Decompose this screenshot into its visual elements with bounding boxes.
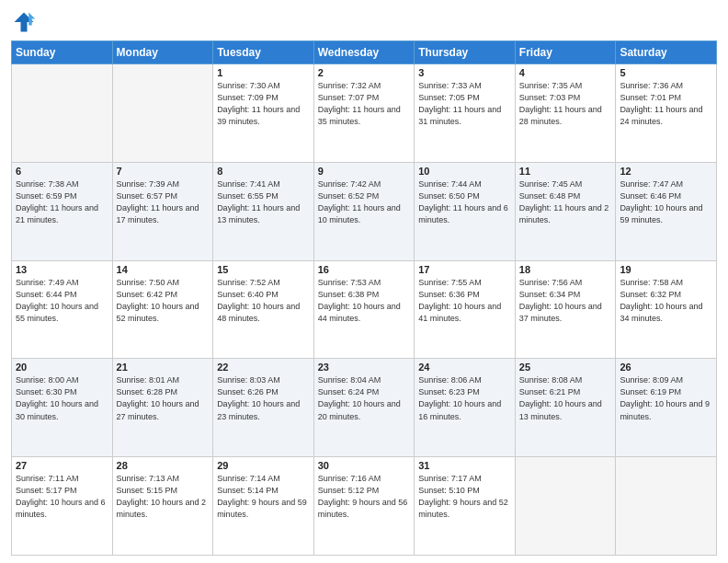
calendar-cell: 4Sunrise: 7:35 AM Sunset: 7:03 PM Daylig… — [515, 64, 616, 163]
calendar-cell: 21Sunrise: 8:01 AM Sunset: 6:28 PM Dayli… — [112, 359, 213, 457]
day-number: 28 — [117, 460, 210, 471]
day-info: Sunrise: 7:49 AM Sunset: 6:44 PM Dayligh… — [16, 277, 108, 325]
day-info: Sunrise: 7:33 AM Sunset: 7:05 PM Dayligh… — [418, 80, 511, 128]
day-number: 22 — [217, 362, 310, 373]
day-number: 26 — [620, 362, 712, 373]
calendar-cell: 17Sunrise: 7:55 AM Sunset: 6:36 PM Dayli… — [415, 260, 516, 359]
calendar-cell: 27Sunrise: 7:11 AM Sunset: 5:17 PM Dayli… — [12, 457, 113, 556]
calendar-week-2: 6Sunrise: 7:38 AM Sunset: 6:59 PM Daylig… — [12, 162, 717, 260]
day-number: 27 — [16, 460, 108, 471]
calendar-cell: 28Sunrise: 7:13 AM Sunset: 5:15 PM Dayli… — [112, 457, 213, 556]
day-number: 11 — [519, 166, 612, 177]
calendar-cell: 18Sunrise: 7:56 AM Sunset: 6:34 PM Dayli… — [515, 260, 616, 359]
day-number: 13 — [16, 264, 108, 275]
day-info: Sunrise: 7:58 AM Sunset: 6:32 PM Dayligh… — [620, 277, 712, 325]
day-info: Sunrise: 7:55 AM Sunset: 6:36 PM Dayligh… — [418, 277, 511, 325]
calendar-cell — [515, 457, 616, 556]
day-info: Sunrise: 7:47 AM Sunset: 6:46 PM Dayligh… — [620, 178, 712, 226]
day-number: 18 — [519, 264, 612, 275]
day-info: Sunrise: 8:00 AM Sunset: 6:30 PM Dayligh… — [16, 374, 108, 422]
calendar-header-saturday: Saturday — [616, 41, 717, 64]
calendar-cell: 24Sunrise: 8:06 AM Sunset: 6:23 PM Dayli… — [415, 359, 516, 457]
calendar-cell: 20Sunrise: 8:00 AM Sunset: 6:30 PM Dayli… — [12, 359, 113, 457]
header — [11, 9, 717, 35]
day-info: Sunrise: 8:01 AM Sunset: 6:28 PM Dayligh… — [117, 374, 210, 422]
calendar-week-4: 20Sunrise: 8:00 AM Sunset: 6:30 PM Dayli… — [12, 359, 717, 457]
day-number: 3 — [418, 67, 511, 78]
day-number: 15 — [217, 264, 310, 275]
calendar-header-row: SundayMondayTuesdayWednesdayThursdayFrid… — [12, 41, 717, 64]
calendar-cell: 8Sunrise: 7:41 AM Sunset: 6:55 PM Daylig… — [213, 162, 314, 260]
calendar-cell: 9Sunrise: 7:42 AM Sunset: 6:52 PM Daylig… — [313, 162, 415, 260]
calendar-cell — [12, 64, 113, 163]
day-info: Sunrise: 8:09 AM Sunset: 6:19 PM Dayligh… — [620, 374, 712, 422]
calendar-header-thursday: Thursday — [415, 41, 516, 64]
day-info: Sunrise: 8:04 AM Sunset: 6:24 PM Dayligh… — [318, 374, 411, 422]
day-number: 23 — [318, 362, 411, 373]
day-info: Sunrise: 7:52 AM Sunset: 6:40 PM Dayligh… — [217, 277, 310, 325]
day-info: Sunrise: 8:03 AM Sunset: 6:26 PM Dayligh… — [217, 374, 310, 422]
day-info: Sunrise: 7:56 AM Sunset: 6:34 PM Dayligh… — [519, 277, 612, 325]
day-number: 14 — [117, 264, 210, 275]
day-info: Sunrise: 7:14 AM Sunset: 5:14 PM Dayligh… — [217, 473, 310, 521]
calendar-cell: 25Sunrise: 8:08 AM Sunset: 6:21 PM Dayli… — [515, 359, 616, 457]
day-info: Sunrise: 7:17 AM Sunset: 5:10 PM Dayligh… — [418, 473, 511, 521]
calendar-cell: 11Sunrise: 7:45 AM Sunset: 6:48 PM Dayli… — [515, 162, 616, 260]
calendar-cell — [112, 64, 213, 163]
day-number: 4 — [519, 67, 612, 78]
day-number: 17 — [418, 264, 511, 275]
day-info: Sunrise: 7:41 AM Sunset: 6:55 PM Dayligh… — [217, 178, 310, 226]
day-info: Sunrise: 7:50 AM Sunset: 6:42 PM Dayligh… — [117, 277, 210, 325]
day-info: Sunrise: 7:45 AM Sunset: 6:48 PM Dayligh… — [519, 178, 612, 226]
logo — [11, 9, 40, 35]
calendar-header-monday: Monday — [112, 41, 213, 64]
day-number: 31 — [418, 460, 511, 471]
calendar-week-3: 13Sunrise: 7:49 AM Sunset: 6:44 PM Dayli… — [12, 260, 717, 359]
calendar-header-wednesday: Wednesday — [313, 41, 415, 64]
calendar-cell: 7Sunrise: 7:39 AM Sunset: 6:57 PM Daylig… — [112, 162, 213, 260]
logo-icon — [11, 9, 37, 35]
calendar-cell: 5Sunrise: 7:36 AM Sunset: 7:01 PM Daylig… — [616, 64, 717, 163]
day-number: 2 — [318, 67, 411, 78]
day-number: 25 — [519, 362, 612, 373]
day-number: 16 — [318, 264, 411, 275]
calendar-cell: 10Sunrise: 7:44 AM Sunset: 6:50 PM Dayli… — [415, 162, 516, 260]
day-number: 21 — [117, 362, 210, 373]
day-info: Sunrise: 7:42 AM Sunset: 6:52 PM Dayligh… — [318, 178, 411, 226]
day-number: 10 — [418, 166, 511, 177]
day-info: Sunrise: 8:08 AM Sunset: 6:21 PM Dayligh… — [519, 374, 612, 422]
day-number: 9 — [318, 166, 411, 177]
calendar-cell: 16Sunrise: 7:53 AM Sunset: 6:38 PM Dayli… — [313, 260, 415, 359]
calendar-cell: 3Sunrise: 7:33 AM Sunset: 7:05 PM Daylig… — [415, 64, 516, 163]
calendar-cell: 29Sunrise: 7:14 AM Sunset: 5:14 PM Dayli… — [213, 457, 314, 556]
calendar-cell: 26Sunrise: 8:09 AM Sunset: 6:19 PM Dayli… — [616, 359, 717, 457]
day-info: Sunrise: 7:30 AM Sunset: 7:09 PM Dayligh… — [217, 80, 310, 128]
calendar-cell: 30Sunrise: 7:16 AM Sunset: 5:12 PM Dayli… — [313, 457, 415, 556]
day-number: 29 — [217, 460, 310, 471]
calendar-cell: 15Sunrise: 7:52 AM Sunset: 6:40 PM Dayli… — [213, 260, 314, 359]
day-number: 19 — [620, 264, 712, 275]
day-info: Sunrise: 7:11 AM Sunset: 5:17 PM Dayligh… — [16, 473, 108, 521]
day-info: Sunrise: 7:38 AM Sunset: 6:59 PM Dayligh… — [16, 178, 108, 226]
day-info: Sunrise: 7:44 AM Sunset: 6:50 PM Dayligh… — [418, 178, 511, 226]
calendar-cell: 22Sunrise: 8:03 AM Sunset: 6:26 PM Dayli… — [213, 359, 314, 457]
calendar-header-tuesday: Tuesday — [213, 41, 314, 64]
day-number: 20 — [16, 362, 108, 373]
calendar-header-sunday: Sunday — [12, 41, 113, 64]
day-number: 6 — [16, 166, 108, 177]
day-number: 8 — [217, 166, 310, 177]
day-number: 24 — [418, 362, 511, 373]
calendar-cell: 13Sunrise: 7:49 AM Sunset: 6:44 PM Dayli… — [12, 260, 113, 359]
day-info: Sunrise: 8:06 AM Sunset: 6:23 PM Dayligh… — [418, 374, 511, 422]
day-number: 1 — [217, 67, 310, 78]
day-info: Sunrise: 7:36 AM Sunset: 7:01 PM Dayligh… — [620, 80, 712, 128]
day-info: Sunrise: 7:16 AM Sunset: 5:12 PM Dayligh… — [318, 473, 411, 521]
calendar-cell: 1Sunrise: 7:30 AM Sunset: 7:09 PM Daylig… — [213, 64, 314, 163]
calendar-cell: 19Sunrise: 7:58 AM Sunset: 6:32 PM Dayli… — [616, 260, 717, 359]
day-number: 5 — [620, 67, 712, 78]
day-info: Sunrise: 7:53 AM Sunset: 6:38 PM Dayligh… — [318, 277, 411, 325]
calendar-header-friday: Friday — [515, 41, 616, 64]
day-info: Sunrise: 7:35 AM Sunset: 7:03 PM Dayligh… — [519, 80, 612, 128]
calendar: SundayMondayTuesdayWednesdayThursdayFrid… — [11, 40, 717, 556]
calendar-cell: 14Sunrise: 7:50 AM Sunset: 6:42 PM Dayli… — [112, 260, 213, 359]
